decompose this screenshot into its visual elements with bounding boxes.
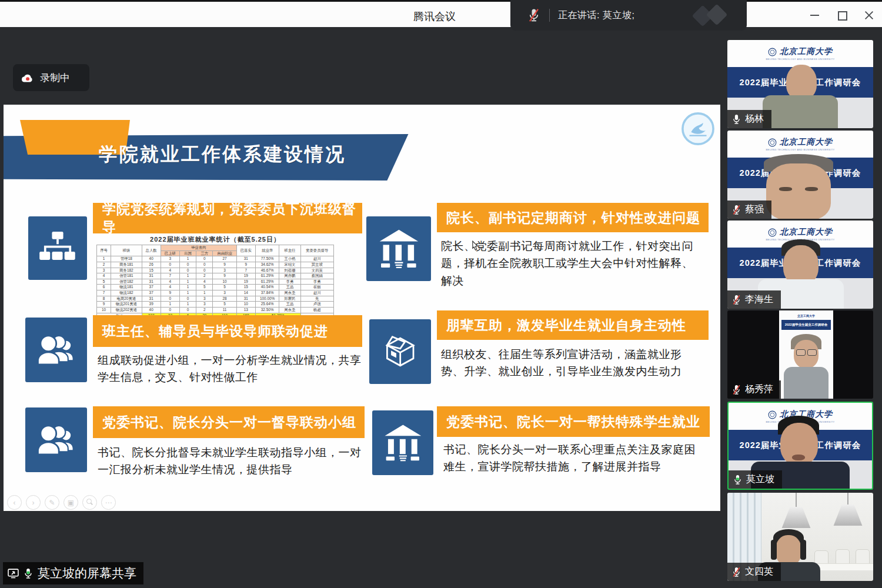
prev-page-icon[interactable]: ‹ — [7, 495, 22, 510]
screen-share-icon — [8, 568, 19, 579]
university-seal-icon — [768, 410, 777, 419]
mouse-cursor-icon — [472, 240, 479, 252]
participant-tile-yangxiuping[interactable]: 北京工商大学 2022届毕业生就业工作调研会 杨秀萍 — [727, 310, 873, 399]
institution-icon — [366, 216, 431, 281]
screen-share-label: 莫立坡的屏幕共享 — [38, 565, 136, 582]
window-controls — [810, 2, 874, 29]
maximize-button[interactable] — [837, 11, 847, 20]
section-body-5: 书记、院长分批督导未就业学生联动指导小组，一对一汇报分析未就业学生情况，提供指导 — [98, 444, 368, 479]
slide-title: 学院就业工作体系建设情况 — [99, 142, 346, 168]
meeting-logo-icon — [691, 5, 735, 26]
table-row: 8电商20贯通310032831100.00%郑家民无 — [97, 296, 334, 302]
mic-on-icon — [732, 114, 741, 125]
participant-face — [766, 163, 831, 219]
lamp-stem — [796, 493, 797, 507]
participant-face — [776, 535, 801, 566]
table-row: 1管理1840310273177.50%王小艳赵川 — [97, 256, 334, 262]
annotation-toolbar: ‹ › ✎ ▣ ⋯ — [7, 495, 116, 510]
table-row: 6物流1813741551540.54%王晶崔丽 — [97, 285, 334, 290]
mic-muted-icon — [732, 205, 741, 215]
institution-icon — [372, 410, 433, 475]
open-box-icon — [369, 319, 431, 384]
mic-muted-icon — [732, 295, 741, 305]
section-header-5: 党委书记、院长分头一对一督导联动小组 — [93, 406, 365, 438]
minimize-button[interactable] — [810, 11, 820, 20]
participant-name-label: 莫立坡 — [729, 470, 782, 489]
participant-face — [786, 65, 817, 100]
section-body-6: 书记、院长分头一对一联系心理重点关注及家庭困难生，宣讲学院帮扶措施，了解进展并指… — [443, 441, 702, 476]
participant-tile-yanglin[interactable]: 北京工商大学 BEIJING TECHNOLOGY AND BUSINESS U… — [727, 40, 873, 128]
recording-label: 录制中 — [40, 71, 70, 85]
next-page-icon[interactable]: › — [26, 495, 41, 510]
more-icon[interactable]: ⋯ — [101, 495, 116, 510]
glasses-icon — [796, 349, 806, 356]
section-header-6: 党委书记、院长一对一帮扶特殊学生就业 — [437, 406, 710, 437]
window-titlebar: 腾讯会议 — [0, 0, 882, 27]
pendant-lamp-icon — [779, 507, 813, 528]
participant-eye — [779, 187, 792, 191]
portrait-video-strip: 北京工商大学 2022届毕业生就业工作调研会 — [779, 310, 833, 399]
participant-tile-lihaisheng[interactable]: 北京工商大学 BEIJING TECHNOLOGY AND BUSINESS U… — [727, 220, 873, 309]
participant-name-label: 蔡强 — [727, 201, 771, 219]
mic-muted-icon — [732, 385, 741, 395]
section-header-3: 班主任、辅导员与毕设导师联动促进 — [93, 315, 362, 347]
employment-table-body: 1管理1840310273177.50%王小艳赵川2商务181260009934… — [97, 256, 334, 319]
pendant-lamp-icon — [831, 505, 865, 526]
mic-muted-icon — [528, 8, 540, 22]
pages-icon[interactable]: ▣ — [64, 495, 78, 510]
section-header-2: 院长、副书记定期商讨，针对性改进问题 — [437, 203, 709, 232]
table-row: 4信管1813171291961.29%周亦鹏蔡国娟 — [97, 273, 334, 279]
table-row: 7物流1823791131437.84%周永圣赵川 — [97, 290, 334, 296]
participant-body — [763, 95, 838, 128]
participant-name-label: 文四英 — [727, 563, 781, 581]
section-body-3: 组成联动促进小组，一对一分析学生就业情况，共享学生信息，交叉、针对性做工作 — [98, 352, 367, 386]
mic-live-icon — [24, 568, 33, 579]
university-seal-icon — [768, 138, 777, 147]
employment-table: 2022届毕业班就业率统计（截至5.25日） 序号 班级 总人数 毕业去向 — [96, 235, 334, 319]
section-header-4: 朋辈互助，激发毕业生就业自身主动性 — [437, 310, 709, 340]
table-title: 2022届毕业班就业率统计（截至5.25日） — [96, 235, 334, 244]
lamp-stem — [847, 493, 848, 505]
participant-tile-molipo[interactable]: 北京工商大学 BEIJING TECHNOLOGY AND BUSINESS U… — [727, 402, 873, 490]
participant-mouth — [792, 455, 805, 460]
cloud-record-icon — [21, 73, 34, 83]
table-row: 2商务181260009934.62%宋绍文莫立坡 — [97, 262, 334, 268]
participant-hair — [771, 540, 777, 560]
tencent-meeting-window: 腾讯会议 正在讲话: 莫立坡; 录制中 学院就业工作体系建设情况 — [0, 0, 882, 588]
people-group-icon — [25, 318, 87, 382]
participant-name-label: 杨林 — [727, 110, 771, 128]
participant-tile-wensiying[interactable]: 文四英 — [727, 493, 873, 581]
participant-body — [784, 367, 828, 399]
section-body-4: 组织校友、往届生等系列宣讲活动，涵盖就业形势、升学、就业创业，引导毕业生激发内生… — [441, 346, 704, 380]
mic-muted-icon — [732, 567, 741, 577]
screen-share-status: 莫立坡的屏幕共享 — [3, 562, 143, 584]
table-row: 5信管18231414101961.29%李勇李勇 — [97, 279, 334, 285]
participant-hair — [800, 540, 806, 560]
speaking-status-text: 正在讲话: 莫立坡; — [558, 9, 634, 22]
participant-name-label: 杨秀萍 — [727, 380, 781, 399]
close-button[interactable] — [864, 11, 874, 20]
table-row: 10物流202贯通40002111332.50%周永圣杨超 — [97, 308, 334, 313]
college-logo-icon — [681, 112, 715, 146]
divider — [549, 9, 550, 22]
glasses-icon — [807, 349, 817, 356]
speaking-status-bar: 正在讲话: 莫立坡; — [510, 0, 747, 31]
participant-name-label: 李海生 — [727, 290, 781, 309]
pen-icon[interactable]: ✎ — [45, 495, 59, 510]
app-title: 腾讯会议 — [413, 9, 456, 24]
table-row: 3商务182154003746.67%刘蓓珊文四英 — [97, 268, 334, 273]
participant-eye — [805, 187, 818, 191]
university-seal-icon — [768, 228, 777, 237]
section-header-1: 学院党委统筹规划，党委委员下沉班级督导 — [93, 203, 362, 233]
people-group-icon — [25, 407, 87, 472]
mic-speaking-icon — [733, 475, 742, 485]
table-row: 9物流201贯通3911351025.64%王晶卢强 — [97, 302, 334, 308]
magnifier-icon[interactable] — [82, 495, 97, 510]
shared-screen-slide: 学院就业工作体系建设情况 学院党委统筹规划，党委委员下沉班级督导 2022届毕业… — [4, 105, 720, 511]
recording-badge[interactable]: 录制中 — [13, 64, 89, 91]
org-chart-icon — [28, 216, 87, 280]
university-seal-icon — [768, 48, 777, 56]
participant-tile-caiqiang[interactable]: 北京工商大学 BEIJING TECHNOLOGY AND BUSINESS U… — [727, 131, 873, 219]
section-body-2: 院长、党委副书记每周商讨就业工作，针对突出问题，择机在全院教职工或学生大会中针对… — [441, 238, 704, 289]
